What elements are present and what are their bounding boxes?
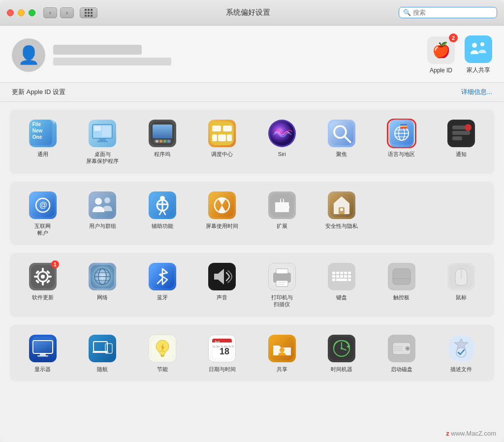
prefs-grid-4: 显示器 [10, 325, 494, 381]
profile-icon [447, 335, 475, 362]
pref-item-sharing[interactable]: 共享 [253, 331, 311, 376]
forward-button[interactable]: › [60, 7, 74, 18]
notifications-svg [449, 122, 473, 145]
pref-item-displays[interactable]: 显示器 [14, 331, 72, 376]
extensions-icon [268, 191, 296, 219]
search-input[interactable] [413, 9, 493, 16]
profile-info [53, 45, 427, 65]
svg-rect-34 [400, 127, 407, 128]
close-button[interactable] [7, 9, 14, 16]
svg-rect-83 [276, 281, 288, 286]
pref-item-siri[interactable]: Siri [253, 116, 311, 168]
security-label: 安全性与隐私 [325, 222, 358, 229]
accessibility-icon [149, 191, 176, 219]
pref-item-sound[interactable]: 声音 [193, 259, 252, 311]
startup-icon [388, 335, 415, 362]
pref-item-trackpad[interactable]: 触控板 [373, 259, 431, 311]
minimize-button[interactable] [18, 9, 25, 16]
accessibility-label: 辅助功能 [152, 222, 173, 229]
svg-rect-16 [210, 122, 234, 145]
pref-item-sidecar[interactable]: 随航 [74, 331, 132, 376]
svg-point-135 [407, 347, 408, 349]
pref-item-general[interactable]: FileNewOne 通用 [14, 116, 72, 168]
keyboard-svg [330, 265, 353, 288]
svg-text:18: 18 [220, 347, 229, 356]
pref-item-users[interactable]: 用户与群组 [74, 188, 132, 240]
search-box[interactable]: 🔍 [399, 7, 497, 18]
svg-text:Su Mo Tu We Th Fr Sa: Su Mo Tu We Th Fr Sa [213, 345, 234, 348]
profile-label: 描述文件 [450, 366, 472, 373]
svg-rect-4 [99, 139, 106, 141]
datetime-icon-wrap: Jul 18 Su Mo Tu We Th Fr Sa [207, 334, 237, 363]
family-sharing-button[interactable]: 家人共享 [465, 35, 492, 74]
update-banner: 更新 Apple ID 设置 详细信息... [0, 83, 504, 102]
printers-svg [270, 265, 294, 288]
pref-item-dock[interactable]: 程序坞 [133, 116, 191, 168]
svg-rect-91 [348, 272, 351, 274]
pref-item-spotlight[interactable]: 聚焦 [313, 116, 371, 168]
pref-item-accessibility[interactable]: 辅助功能 [133, 188, 191, 240]
pref-item-energy[interactable]: 节能 [133, 331, 191, 376]
energy-icon [149, 335, 176, 362]
profile-icon-wrap [446, 334, 476, 363]
pref-item-profile[interactable]: 描述文件 [433, 331, 491, 376]
pref-item-extensions[interactable]: 扩展 [253, 188, 311, 240]
pref-item-internet[interactable]: @ 互联网 帐户 [14, 188, 72, 240]
mouse-svg [449, 265, 473, 288]
pref-item-screentime[interactable]: 屏幕使用时间 [193, 188, 252, 240]
pref-item-timemachine[interactable]: 时间机器 [313, 331, 371, 376]
pref-item-startup[interactable]: 启动磁盘 [373, 331, 431, 376]
profile-area: 👤 🍎 2 Apple ID [0, 26, 504, 83]
sound-svg [210, 265, 234, 288]
svg-rect-6 [94, 126, 101, 131]
grid-view-button[interactable] [80, 7, 97, 18]
spotlight-icon-wrap [327, 119, 356, 148]
pref-item-datetime[interactable]: Jul 18 Su Mo Tu We Th Fr Sa 日期与时间 [193, 331, 252, 376]
svg-rect-66 [48, 276, 52, 278]
keyboard-label: 键盘 [336, 294, 347, 301]
mission-icon [208, 120, 236, 147]
pref-item-desktop[interactable]: 桌面与 屏幕保护程序 [74, 116, 132, 168]
internet-icon-wrap: @ [28, 190, 58, 220]
sidecar-icon [89, 335, 116, 362]
svg-rect-108 [37, 355, 48, 357]
svg-text:@: @ [39, 201, 47, 209]
svg-rect-117 [161, 356, 164, 357]
sidecar-label: 随航 [97, 366, 108, 373]
pref-item-security[interactable]: 安全性与隐私 [313, 188, 371, 240]
svg-rect-18 [223, 126, 232, 131]
pref-item-network[interactable]: 网络 [74, 259, 132, 311]
mission-label: 调度中心 [211, 151, 233, 158]
svg-point-59 [340, 208, 343, 211]
pref-item-software[interactable]: 1 软件更新 [14, 259, 72, 311]
svg-rect-13 [159, 140, 162, 143]
family-sharing-icon [470, 40, 487, 58]
pref-item-keyboard[interactable]: 键盘 [313, 259, 371, 311]
back-button[interactable]: ‹ [43, 7, 57, 18]
svg-rect-65 [34, 276, 38, 278]
maximize-button[interactable] [29, 9, 35, 16]
pref-item-mouse[interactable]: 鼠标 [433, 259, 491, 311]
dock-label: 程序坞 [154, 151, 170, 158]
general-icon-wrap: FileNewOne [28, 119, 58, 148]
svg-rect-110 [91, 337, 114, 360]
startup-icon-wrap [387, 334, 416, 363]
main-content: FileNewOne 通用 [0, 102, 504, 442]
pref-item-language[interactable]: 语言与地区 [373, 116, 431, 168]
svg-rect-53 [210, 193, 234, 217]
pref-item-mission[interactable]: 调度中心 [193, 116, 252, 168]
prefs-grid-1: FileNewOne 通用 [10, 110, 494, 174]
network-svg [91, 265, 114, 288]
apple-id-button[interactable]: 🍎 2 Apple ID [427, 36, 455, 74]
prefs-section-4: 显示器 [10, 325, 494, 381]
sharing-icon [268, 335, 296, 362]
desktop-svg [91, 122, 114, 145]
apple-id-badge: 2 [449, 33, 458, 42]
pref-item-notifications[interactable]: 通知 [433, 116, 491, 168]
pref-item-printers[interactable]: 打印机与 扫描仪 [253, 259, 311, 311]
svg-rect-33 [400, 124, 407, 126]
svg-rect-63 [42, 268, 44, 272]
pref-item-bluetooth[interactable]: 蓝牙 [133, 259, 191, 311]
update-link[interactable]: 详细信息... [461, 88, 492, 96]
system-preferences-window: ‹ › 系统偏好设置 🔍 👤 [0, 0, 504, 442]
